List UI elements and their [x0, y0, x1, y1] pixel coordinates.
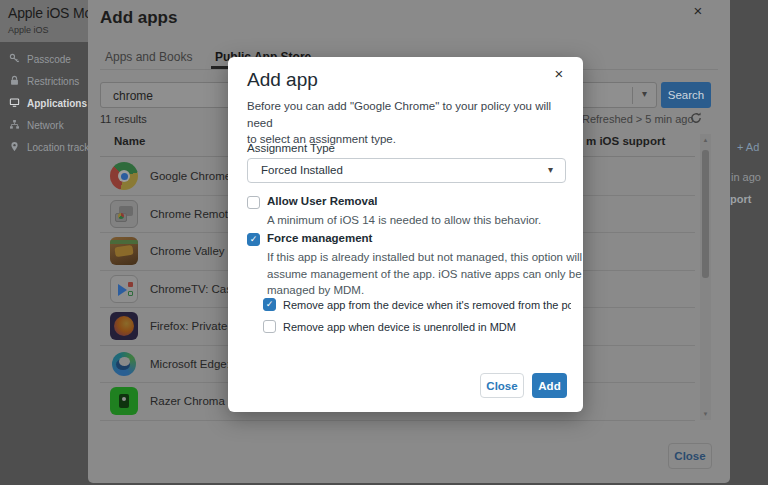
background-page-header: Apple iOS Mo Apple iOS [0, 0, 88, 42]
app-name: Google Chrome [150, 170, 231, 182]
sidebar-item-label: Passcode [27, 54, 71, 65]
remove-app-on-unenroll-checkbox[interactable] [263, 320, 276, 333]
chevron-down-icon[interactable]: ▾ [642, 88, 647, 99]
modal-close-button[interactable]: Close [480, 373, 524, 398]
force-management-help: If this app is already installed but not… [267, 249, 582, 299]
force-management-label: Force management [267, 232, 372, 244]
firefox-icon [110, 312, 138, 340]
edge-icon [110, 350, 138, 378]
chrome-remote-desktop-icon [110, 200, 138, 228]
add-app-modal: Add app × Before you can add "Google Chr… [228, 57, 583, 412]
refresh-icon[interactable] [689, 111, 703, 125]
search-button[interactable]: Search [661, 82, 711, 108]
check-icon: ✓ [250, 235, 258, 244]
screen: Apple iOS Mo Apple iOS Passcode Restrict… [0, 0, 768, 485]
sidebar-item-location-tracking[interactable]: Location tracking [0, 136, 88, 158]
allow-user-removal-checkbox[interactable] [247, 196, 260, 209]
policy-subtitle: Apple iOS [8, 25, 88, 35]
modal-title: Add app [247, 69, 318, 91]
sidebar-item-label: Restrictions [27, 76, 79, 87]
force-management-checkbox[interactable]: ✓ [247, 233, 260, 246]
policy-title: Apple iOS Mo [8, 5, 88, 21]
chrome-icon [110, 162, 138, 190]
lock-icon [9, 75, 20, 88]
search-input-divider [632, 87, 633, 104]
refreshed-status: Refreshed > 5 min ago [582, 113, 694, 125]
dialog-close-icon[interactable]: × [689, 2, 707, 20]
chrometv-icon [110, 275, 138, 303]
dialog-close-button[interactable]: Close [668, 443, 712, 469]
assignment-type-select[interactable]: Forced Installed ▾ [247, 158, 566, 183]
background-refreshed-fragment: in ago [731, 171, 761, 183]
assignment-type-value: Forced Installed [261, 164, 343, 176]
check-icon: ✓ [266, 300, 274, 309]
modal-description: Before you can add "Google Chrome" to yo… [247, 98, 572, 148]
scrollbar-thumb[interactable] [702, 150, 709, 278]
razer-chroma-icon [110, 387, 138, 415]
location-pin-icon [9, 141, 20, 154]
table-scrollbar[interactable]: ▲ ▼ [700, 134, 711, 420]
background-support-column-fragment: port [730, 193, 751, 205]
sidebar: Passcode Restrictions Applications Netwo… [0, 48, 88, 158]
network-icon [9, 119, 20, 132]
results-count: 11 results [100, 113, 147, 125]
scroll-up-icon[interactable]: ▲ [700, 134, 711, 146]
chevron-down-icon: ▾ [548, 164, 553, 175]
modal-add-button[interactable]: Add [532, 373, 567, 398]
search-input-value: chrome [113, 89, 153, 103]
modal-close-icon[interactable]: × [550, 65, 568, 83]
remove-app-on-policy-removal-label: Remove app from the device when it's rem… [283, 299, 571, 311]
dialog-title: Add apps [100, 8, 177, 28]
key-icon [9, 53, 20, 66]
assignment-type-label: Assignment Type [247, 142, 335, 154]
sidebar-item-network[interactable]: Network [0, 114, 88, 136]
tab-apps-and-books[interactable]: Apps and Books [105, 50, 192, 64]
allow-user-removal-label: Allow User Removal [267, 195, 378, 207]
sidebar-item-restrictions[interactable]: Restrictions [0, 70, 88, 92]
remove-app-on-unenroll-label: Remove app when device is unenrolled in … [283, 321, 516, 333]
sidebar-item-applications[interactable]: Applications [0, 92, 88, 114]
monitor-icon [9, 97, 20, 110]
scroll-down-icon[interactable]: ▼ [700, 408, 711, 420]
sidebar-item-passcode[interactable]: Passcode [0, 48, 88, 70]
sidebar-item-label: Network [27, 120, 64, 131]
app-name: Microsoft Edge: A [150, 358, 240, 370]
remove-app-on-policy-removal-checkbox[interactable]: ✓ [263, 298, 276, 311]
allow-user-removal-help: A minimum of iOS 14 is needed to allow t… [267, 212, 541, 229]
column-header-name: Name [114, 135, 145, 147]
column-header-min-ios-support: m iOS support [586, 135, 665, 147]
chrome-valley-customs-icon [110, 237, 138, 265]
background-add-button-fragment[interactable]: + Ad [737, 141, 759, 153]
sidebar-item-label: Applications [27, 98, 87, 109]
